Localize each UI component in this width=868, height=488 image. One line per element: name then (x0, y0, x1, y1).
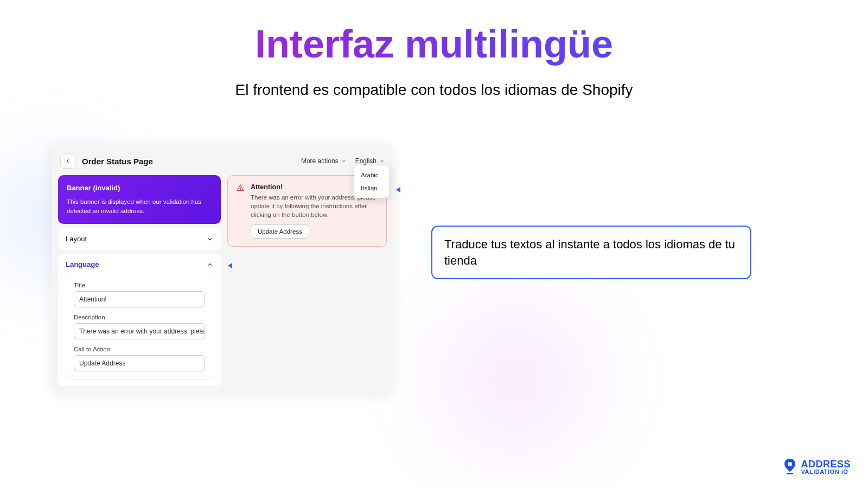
chevron-down-icon (379, 158, 385, 164)
language-accordion: Language Title Attention! Description Th… (58, 254, 221, 386)
annotation-arrow-2 (222, 260, 439, 271)
page-subtitle: El frontend es compatible con todos los … (0, 81, 868, 99)
cta-field-label: Call to Action (74, 346, 205, 352)
chevron-down-icon (207, 236, 213, 242)
arrow-left-icon (65, 158, 71, 164)
lang-option-arabic[interactable]: Arabic (354, 169, 389, 182)
language-dropdown-menu: Arabic Italian (354, 165, 389, 198)
brand-logo: ADDRESS VALIDATION iO (783, 459, 851, 475)
language-current: English (355, 157, 376, 165)
annotation-callout: Traduce tus textos al instante a todos l… (431, 226, 751, 279)
panel-title: Order Status Page (82, 157, 153, 166)
language-dropdown[interactable]: English (355, 157, 385, 165)
back-button[interactable] (60, 153, 75, 169)
update-address-button[interactable]: Update Address (251, 224, 309, 239)
more-actions-label: More actions (301, 157, 339, 165)
title-field[interactable]: Attention! (74, 291, 205, 307)
svg-point-4 (788, 462, 792, 466)
cta-field[interactable]: Update Address (74, 355, 205, 371)
more-actions-dropdown[interactable]: More actions (301, 157, 347, 165)
logo-text-top: ADDRESS (801, 459, 851, 469)
desc-field[interactable]: There was an error with your address, pl… (74, 323, 205, 339)
panel-header: Order Status Page More actions English (58, 150, 387, 175)
title-field-label: Title (74, 282, 205, 288)
banner-desc: This banner is displayed when our valida… (67, 197, 212, 215)
banner-title: Banner (invalid) (67, 184, 212, 192)
page-title: Interfaz multilingüe (0, 22, 868, 66)
desc-field-label: Description (74, 314, 205, 320)
layout-accordion[interactable]: Layout (58, 228, 221, 249)
logo-text-bottom: VALIDATION iO (801, 469, 851, 475)
language-accordion-header[interactable]: Language (66, 260, 213, 268)
language-label: Language (66, 260, 99, 268)
alert-icon (237, 184, 244, 239)
svg-point-1 (240, 189, 241, 190)
language-form: Title Attention! Description There was a… (66, 274, 213, 380)
svg-rect-5 (787, 473, 793, 474)
banner-info-card: Banner (invalid) This banner is displaye… (58, 175, 221, 224)
chevron-up-icon (207, 261, 213, 268)
pin-icon (783, 459, 796, 475)
layout-label: Layout (66, 235, 87, 243)
chevron-down-icon (341, 158, 347, 164)
lang-option-italian[interactable]: Italian (354, 182, 389, 195)
annotation-arrow-1 (391, 184, 445, 195)
